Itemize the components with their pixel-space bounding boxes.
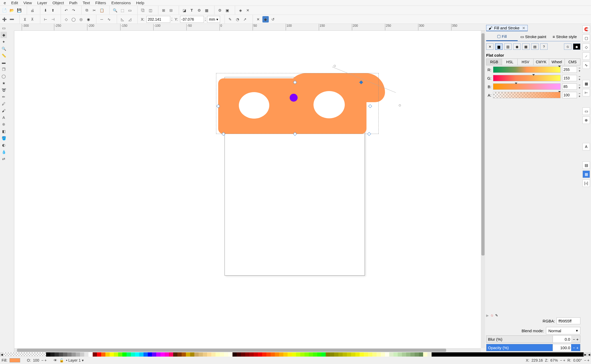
- palette-right-icon[interactable]: ▶: [584, 352, 587, 357]
- palette-swatch[interactable]: [389, 352, 393, 357]
- palette-swatch[interactable]: [76, 352, 80, 357]
- pencil-tool-icon[interactable]: ✏: [1, 94, 7, 100]
- snap-bbox-icon[interactable]: ▢: [583, 34, 590, 42]
- snap-other-icon[interactable]: ∿: [583, 61, 590, 69]
- menu-layer[interactable]: Layer: [34, 0, 50, 6]
- palette-swatch[interactable]: [402, 352, 406, 357]
- palette-none[interactable]: [4, 352, 46, 357]
- blend-select[interactable]: Normal▾: [546, 327, 580, 334]
- v-scrollbar[interactable]: [481, 31, 485, 348]
- paint-flat-icon[interactable]: ▆: [495, 43, 503, 50]
- palette-swatch[interactable]: [160, 352, 165, 357]
- snap-node-icon[interactable]: ◇: [583, 43, 590, 51]
- canvas[interactable]: [14, 31, 481, 348]
- dropper-tool-icon[interactable]: 💧: [1, 149, 7, 155]
- paint-swatch-icon[interactable]: ▤: [531, 43, 539, 50]
- obj-to-path-icon[interactable]: ◺: [119, 16, 126, 23]
- palette-swatch[interactable]: [398, 352, 402, 357]
- text-tool-icon[interactable]: A: [1, 114, 7, 121]
- palette-swatch[interactable]: [254, 352, 258, 357]
- node-cusp-icon[interactable]: ◇: [63, 16, 69, 23]
- palette-swatch[interactable]: [305, 352, 309, 357]
- a-slider[interactable]: [493, 92, 561, 98]
- palette-swatch[interactable]: [203, 352, 207, 357]
- snap-toggle-icon[interactable]: 🧲: [583, 25, 590, 33]
- tab-cms[interactable]: CMS: [565, 59, 580, 65]
- mask-edit-icon[interactable]: ◔: [234, 16, 241, 23]
- paint-linear-icon[interactable]: ▥: [504, 43, 512, 50]
- palette-swatch[interactable]: [292, 352, 296, 357]
- zoom-sel-icon[interactable]: 🔍: [112, 7, 118, 14]
- node-break-icon[interactable]: ⊻: [22, 16, 28, 23]
- palette-swatch[interactable]: [351, 352, 355, 357]
- swatches-icon[interactable]: ▦: [583, 170, 590, 178]
- palette-swatch[interactable]: [296, 352, 300, 357]
- palette-swatch[interactable]: [156, 352, 160, 357]
- ruler-horizontal[interactable]: -300 -250 -200 -150 -100 -50 0 50 100 15…: [14, 24, 485, 31]
- palette-swatch[interactable]: [334, 352, 338, 357]
- palette-swatch[interactable]: [249, 352, 254, 357]
- show-outline-icon[interactable]: ↺: [270, 16, 276, 23]
- panel-tab-fill-stroke[interactable]: 🖌 Fill and Stroke ✕: [486, 25, 528, 31]
- paint-radial-icon[interactable]: ◉: [513, 43, 521, 50]
- node-auto-icon[interactable]: ◉: [85, 16, 92, 23]
- rgba-input[interactable]: [557, 317, 580, 324]
- palette-swatch[interactable]: [211, 352, 216, 357]
- palette-swatch[interactable]: [207, 352, 211, 357]
- palette-swatch[interactable]: [59, 352, 63, 357]
- paste-icon[interactable]: 📋: [98, 7, 105, 14]
- palette-swatch[interactable]: [101, 352, 105, 357]
- star-tool-icon[interactable]: ★: [1, 80, 7, 86]
- palette-swatch[interactable]: [50, 352, 55, 357]
- palette-swatch[interactable]: [321, 352, 326, 357]
- palette-swatch[interactable]: [372, 352, 377, 357]
- node-joinseg-icon[interactable]: ⊢: [42, 16, 49, 23]
- palette-swatch[interactable]: [313, 352, 317, 357]
- palette-swatch[interactable]: [241, 352, 245, 357]
- menu-text[interactable]: Text: [80, 0, 93, 6]
- r-value[interactable]: 255: [562, 66, 577, 73]
- paint-unknown-icon[interactable]: ?: [540, 43, 548, 50]
- save-icon[interactable]: 💾: [16, 7, 22, 14]
- icon-b[interactable]: ✕: [245, 7, 251, 14]
- tab-hsv[interactable]: HSV: [518, 59, 533, 65]
- palette-swatch[interactable]: [343, 352, 347, 357]
- rect-tool-icon[interactable]: ▬: [1, 59, 7, 66]
- tab-hsl[interactable]: HSL: [502, 59, 518, 65]
- snap-grid-icon[interactable]: ▦: [583, 80, 590, 87]
- palette-swatch[interactable]: [169, 352, 173, 357]
- redo-icon[interactable]: ↷: [70, 7, 77, 14]
- palette-swatch[interactable]: [283, 352, 288, 357]
- b-spinner[interactable]: −+: [579, 84, 580, 89]
- blur-spinner[interactable]: − +: [571, 337, 580, 341]
- rotation-value[interactable]: 0.00°: [573, 358, 582, 362]
- palette-swatch[interactable]: [271, 352, 275, 357]
- fillstroke-icon[interactable]: ◪: [181, 7, 187, 14]
- menu-path[interactable]: Path: [66, 0, 80, 6]
- a-spinner[interactable]: −+: [579, 92, 580, 98]
- palette-swatch[interactable]: [330, 352, 334, 357]
- palette-menu-icon[interactable]: ◀: [587, 352, 591, 357]
- eraser-tool-icon[interactable]: ◧: [1, 128, 7, 134]
- rotation-spinner[interactable]: − +: [584, 358, 589, 362]
- ungroup-icon[interactable]: ⊟: [168, 7, 174, 14]
- palette-swatch[interactable]: [55, 352, 59, 357]
- spray-tool-icon[interactable]: ❊: [1, 121, 7, 128]
- palette-swatch[interactable]: [368, 352, 372, 357]
- palette-swatch[interactable]: [165, 352, 169, 357]
- menu-view[interactable]: View: [21, 0, 34, 6]
- palette-swatch[interactable]: [224, 352, 228, 357]
- menu-help[interactable]: Help: [133, 0, 147, 6]
- node-control-point[interactable]: [334, 65, 336, 67]
- palette-swatch[interactable]: [127, 352, 131, 357]
- g-spinner[interactable]: −+: [579, 75, 580, 81]
- tweak-tool-icon[interactable]: ✦: [1, 39, 7, 45]
- palette-swatch[interactable]: [381, 352, 385, 357]
- x-spinner[interactable]: −+: [171, 17, 172, 22]
- palette-swatch[interactable]: [266, 352, 271, 357]
- paint-current-icon[interactable]: ◆: [573, 43, 580, 50]
- print-icon[interactable]: 🖨: [29, 7, 35, 14]
- blur-slider[interactable]: Blur (%) 0.0 − +: [486, 335, 580, 343]
- docprops-icon[interactable]: ▣: [224, 7, 230, 14]
- box3d-tool-icon[interactable]: ❒: [1, 66, 7, 73]
